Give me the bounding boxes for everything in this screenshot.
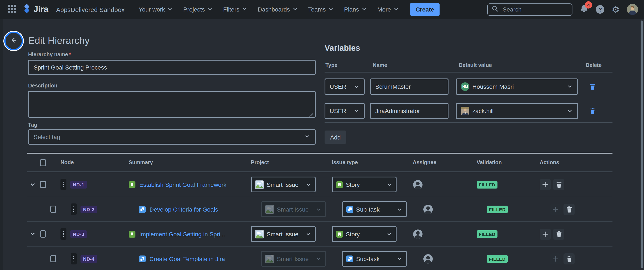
description-textarea[interactable] (28, 91, 316, 118)
nav-item-label: Projects (183, 6, 205, 13)
delete-row-button[interactable] (553, 179, 564, 190)
assignee-avatar[interactable] (423, 204, 433, 214)
drag-handle[interactable] (71, 203, 77, 215)
project-select[interactable]: Smart Issue T (251, 226, 316, 242)
chevron-down-icon (384, 231, 392, 237)
app-switcher-button[interactable] (6, 4, 18, 15)
delete-row-button[interactable] (553, 228, 564, 239)
nav-menu: Your workProjectsFiltersDashboardsTeamsP… (139, 6, 409, 13)
nav-item-your-work[interactable]: Your work (139, 6, 173, 13)
variables-col-name: Name (373, 62, 387, 68)
row-checkbox[interactable] (50, 255, 56, 262)
issue-type-select[interactable]: Sub-task (342, 251, 407, 266)
summary-link[interactable]: Create Goal Template in Jira (150, 255, 225, 262)
main-content: Edit Hierarchy Hierarchy name* Descripti… (28, 19, 612, 270)
grid-icon (8, 5, 16, 14)
page-left-edge (0, 19, 4, 270)
user-avatar: HM (461, 82, 469, 91)
nav-item-label: Your work (139, 6, 165, 13)
subtask-icon (139, 206, 146, 213)
row-expand-chevron-icon[interactable] (30, 231, 35, 237)
notifications-button[interactable]: 4 (580, 4, 589, 15)
delete-row-button[interactable] (564, 253, 574, 264)
nav-item-teams[interactable]: Teams (308, 6, 334, 13)
search-box[interactable] (487, 3, 572, 16)
col-issue-type: Issue type (332, 160, 358, 166)
variables-col-type: Type (326, 62, 338, 68)
add-variable-button[interactable]: Add (324, 130, 346, 144)
delete-variable-button[interactable] (590, 83, 596, 90)
add-child-button (550, 253, 561, 264)
row-checkbox[interactable] (50, 206, 56, 213)
chevron-down-icon (564, 108, 573, 114)
add-child-button[interactable] (540, 179, 551, 190)
nav-item-label: Filters (223, 6, 239, 13)
node-key-badge: ND-2 (80, 205, 97, 213)
tag-select[interactable]: Select tag (28, 129, 316, 145)
drag-handle[interactable] (60, 228, 66, 240)
create-button[interactable]: Create (410, 3, 440, 16)
summary-link[interactable]: Establish Sprint Goal Framework (139, 181, 226, 188)
summary-link[interactable]: Implement Goal Setting in Spri... (139, 230, 225, 237)
hierarchy-table: Node Summary Project Issue type Assignee… (27, 154, 612, 270)
assignee-avatar[interactable] (413, 229, 423, 239)
variable-type-select[interactable]: USER (324, 103, 364, 119)
project-select: Smart Issue T (261, 251, 326, 266)
description-label: Description (28, 83, 58, 89)
drag-handle[interactable] (60, 179, 66, 190)
issue-type-select[interactable]: Sub-task (342, 201, 407, 217)
variable-default-select[interactable]: HMHoussem Masri (456, 78, 578, 95)
variables-heading: Variables (324, 44, 360, 53)
arrow-left-icon (10, 36, 18, 46)
variable-default-select[interactable]: zack.hill (456, 103, 578, 119)
profile-avatar[interactable] (627, 4, 638, 15)
col-project: Project (251, 160, 269, 166)
issue-type-select[interactable]: Story (332, 226, 396, 242)
row-checkbox[interactable] (40, 230, 46, 238)
scrollbar-thumb[interactable] (640, 21, 643, 268)
resize-handle-icon[interactable] (309, 111, 313, 118)
table-row: ND-3Implement Goal Setting in Spri...Sma… (27, 222, 612, 246)
variables-col-default: Default value (459, 62, 492, 68)
help-button[interactable]: ? (596, 5, 604, 14)
variable-row: USERHMHoussem Masri (324, 78, 596, 95)
variable-name-input[interactable] (370, 78, 448, 95)
nav-item-more[interactable]: More (377, 6, 399, 13)
chevron-down-icon (361, 6, 367, 13)
variable-type-select[interactable]: USER (324, 78, 364, 95)
col-validation: Validation (476, 160, 502, 166)
nav-item-projects[interactable]: Projects (183, 6, 213, 13)
nav-item-filters[interactable]: Filters (223, 6, 248, 13)
nav-divider (132, 5, 132, 14)
assignee-avatar[interactable] (413, 179, 423, 190)
nav-item-dashboards[interactable]: Dashboards (258, 6, 298, 13)
delete-row-button[interactable] (564, 204, 574, 215)
variable-name-input[interactable] (370, 103, 448, 119)
add-child-button[interactable] (540, 228, 551, 239)
node-key-badge: ND-4 (80, 255, 97, 262)
project-select[interactable]: Smart Issue T (251, 177, 316, 192)
subtask-icon (346, 206, 353, 213)
search-input[interactable] (502, 6, 568, 13)
chevron-down-icon (207, 6, 213, 13)
back-button[interactable] (6, 33, 22, 49)
summary-link[interactable]: Develop Criteria for Goals (150, 206, 218, 213)
hierarchy-name-input[interactable] (28, 60, 316, 75)
issue-type-select[interactable]: Story (332, 177, 396, 192)
chevron-down-icon (384, 182, 392, 187)
required-marker: * (69, 52, 71, 58)
select-all-checkbox[interactable] (40, 159, 46, 166)
row-expand-chevron-icon[interactable] (30, 182, 35, 187)
drag-handle[interactable] (71, 253, 77, 264)
assignee-avatar[interactable] (423, 253, 433, 264)
settings-button[interactable]: ⚙ (612, 5, 620, 14)
chevron-down-icon (313, 256, 322, 262)
delete-variable-button[interactable] (590, 107, 596, 114)
story-icon (129, 181, 136, 188)
nav-item-plans[interactable]: Plans (344, 6, 367, 13)
row-checkbox[interactable] (40, 181, 46, 188)
subtask-icon (139, 255, 146, 262)
jira-logo[interactable]: Jira (22, 4, 48, 15)
project-avatar-icon (265, 254, 274, 263)
nav-item-label: Teams (308, 6, 326, 13)
